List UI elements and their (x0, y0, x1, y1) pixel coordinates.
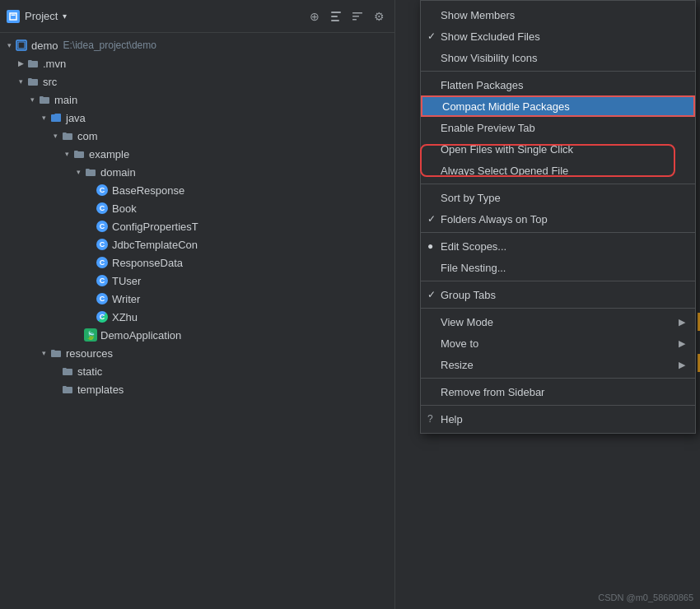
tree-icon-resources (49, 346, 63, 360)
tree-label-XZhu: XZhu (112, 311, 138, 323)
tree-arrow-java[interactable]: ▾ (38, 114, 49, 122)
svg-rect-4 (331, 20, 339, 21)
tree-icon-example (72, 147, 86, 160)
tree-item-ResponseData[interactable]: CResponseData (0, 253, 394, 272)
menu-item-show-visibility[interactable]: Show Visibility Icons (421, 47, 695, 68)
menu-item-view-mode[interactable]: View Mode▶ (421, 311, 695, 332)
tree-item-static[interactable]: static (0, 362, 394, 380)
tree-arrow-domain[interactable]: ▾ (72, 168, 84, 176)
tree-icon-ConfigPropertiesT: C (96, 220, 109, 233)
menu-label-move-to: Move to (441, 337, 478, 350)
tree-arrow-src[interactable]: ▾ (15, 77, 26, 86)
svg-rect-3 (331, 16, 338, 17)
tree-item-Book[interactable]: CBook (0, 199, 394, 217)
menu-item-folders-top[interactable]: ✓Folders Always on Top (421, 208, 695, 230)
tree-label-main: main (54, 94, 77, 106)
tree-arrow-example[interactable]: ▾ (61, 150, 72, 158)
tree-label-BaseResponse: BaseResponse (112, 184, 184, 197)
tree-icon-com (61, 129, 74, 142)
add-icon[interactable]: ⊕ (306, 7, 324, 26)
menu-item-always-select[interactable]: Always Select Opened File (421, 160, 695, 181)
tree-label-ConfigPropertiesT: ConfigPropertiesT (112, 221, 198, 233)
collapse-all-icon[interactable] (327, 7, 345, 26)
tree-item-demo[interactable]: ▾demoE:\idea_project\demo (0, 36, 394, 54)
tree-item-templates[interactable]: templates (0, 380, 394, 398)
menu-item-show-excluded[interactable]: ✓Show Excluded Files (421, 26, 695, 47)
tree-item-java[interactable]: ▾java (0, 109, 394, 127)
svg-rect-5 (352, 12, 362, 14)
menu-item-show-members[interactable]: Show Members (421, 4, 695, 26)
tree-label-example: example (89, 148, 129, 160)
menu-item-group-tabs[interactable]: ✓Group Tabs (421, 284, 695, 305)
menu-item-open-single[interactable]: Open Files with Single Click (421, 138, 695, 160)
menu-label-help: Help (441, 413, 463, 425)
tree-arrow-com[interactable]: ▾ (49, 132, 61, 140)
tree-arrow-demo[interactable]: ▾ (3, 41, 15, 49)
tree-label-DemoApplication: DemoApplication (100, 329, 181, 342)
context-menu: Show Members✓Show Excluded FilesShow Vis… (420, 0, 696, 434)
menu-separator-sep3 (421, 232, 695, 233)
menu-item-sort-type[interactable]: Sort by Type (421, 187, 695, 208)
menu-item-flatten[interactable]: Flatten Packages (421, 74, 695, 95)
menu-check-edit-scopes: ● (427, 240, 433, 252)
tree-item-example[interactable]: ▾example (0, 145, 394, 163)
menu-item-compact[interactable]: Compact Middle Packages (421, 95, 695, 117)
tree-item-JdbcTemplateCon[interactable]: CJdbcTemplateCon (0, 235, 394, 253)
tree-item-XZhu[interactable]: CXZhu (0, 308, 394, 326)
menu-submenu-arrow-resize: ▶ (679, 360, 685, 370)
tree-label-Book: Book (112, 202, 137, 215)
tree-item-Writer[interactable]: CWriter (0, 290, 394, 308)
tree-arrow-resources[interactable]: ▾ (38, 349, 49, 357)
tree-item-TUser[interactable]: CTUser (0, 272, 394, 290)
header-icons: ⊕ ⚙ (306, 7, 388, 26)
menu-item-remove-sidebar[interactable]: Remove from Sidebar (421, 381, 695, 402)
menu-separator-sep7 (421, 405, 695, 406)
menu-item-help[interactable]: ?Help (421, 408, 695, 430)
svg-rect-6 (352, 16, 359, 17)
tree-item-mvn[interactable]: ▶.mvn (0, 54, 394, 72)
watermark: CSDN @m0_58680865 (598, 593, 693, 602)
tree-icon-mvn (26, 57, 40, 70)
tree-item-BaseResponse[interactable]: CBaseResponse (0, 181, 394, 199)
menu-submenu-arrow-view-mode: ▶ (679, 317, 685, 328)
tree-item-DemoApplication[interactable]: 🍃DemoApplication (0, 326, 394, 344)
tree-item-domain[interactable]: ▾domain (0, 163, 394, 181)
tree-label-java: java (66, 112, 86, 124)
tree-item-com[interactable]: ▾com (0, 127, 394, 145)
menu-item-move-to[interactable]: Move to▶ (421, 332, 695, 354)
tree-label-templates: templates (77, 384, 124, 396)
tree-icon-java (49, 111, 63, 124)
menu-label-show-visibility: Show Visibility Icons (441, 52, 538, 64)
tree-arrow-main[interactable]: ▾ (26, 95, 38, 104)
tree-icon-JdbcTemplateCon: C (96, 238, 109, 251)
menu-item-file-nesting[interactable]: File Nesting... (421, 257, 695, 278)
tree-icon-BaseResponse: C (96, 184, 109, 197)
menu-item-edit-scopes[interactable]: ●Edit Scopes... (421, 235, 695, 257)
menu-label-compact: Compact Middle Packages (442, 100, 570, 113)
menu-check-group-tabs: ✓ (427, 289, 436, 300)
tree-icon-DemoApplication: 🍃 (84, 328, 97, 342)
tree-icon-main (38, 93, 51, 106)
tree-icon-templates (61, 383, 74, 396)
menu-item-resize[interactable]: Resize▶ (421, 354, 695, 375)
menu-separator-sep5 (421, 308, 695, 309)
tree-label-static: static (77, 365, 102, 378)
tree-arrow-mvn[interactable]: ▶ (15, 59, 26, 67)
menu-label-folders-top: Folders Always on Top (441, 213, 548, 225)
sort-icon[interactable] (348, 7, 366, 26)
tree-item-main[interactable]: ▾main (0, 91, 394, 109)
tree-item-ConfigPropertiesT[interactable]: CConfigPropertiesT (0, 217, 394, 235)
tree-label-JdbcTemplateCon: JdbcTemplateCon (112, 239, 198, 251)
menu-item-enable-preview[interactable]: Enable Preview Tab (421, 117, 695, 138)
tree-path-demo: E:\idea_project\demo (63, 40, 156, 51)
panel-title-arrow[interactable]: ▾ (63, 12, 67, 21)
svg-rect-7 (352, 19, 357, 21)
menu-label-resize: Resize (441, 359, 474, 371)
menu-label-show-excluded: Show Excluded Files (441, 30, 540, 43)
menu-separator-sep6 (421, 378, 695, 379)
menu-label-sort-type: Sort by Type (441, 192, 501, 204)
tree-item-src[interactable]: ▾src (0, 72, 394, 91)
tree-item-resources[interactable]: ▾resources (0, 344, 394, 362)
settings-gear-icon[interactable]: ⚙ (370, 7, 388, 26)
tree-icon-static (61, 365, 74, 378)
